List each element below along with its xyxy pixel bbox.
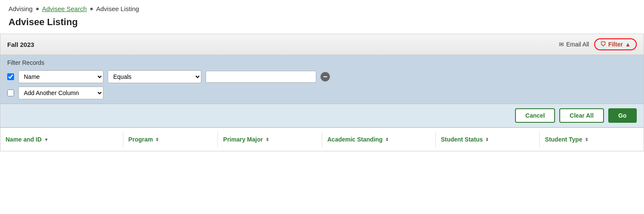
breadcrumb-advisee-search[interactable]: Advisee Search [42, 5, 87, 12]
add-column-checkbox[interactable] [7, 90, 14, 96]
semester-label: Fall 2023 [7, 41, 34, 48]
breadcrumb-sep-1 [36, 8, 39, 10]
breadcrumb-advisee-listing: Advisee Listing [96, 5, 139, 12]
breadcrumb-advising: Advising [9, 5, 33, 12]
remove-icon: − [323, 73, 328, 81]
breadcrumb-sep-2 [90, 8, 93, 10]
filter-column-select[interactable]: Name Program Primary Major Academic Stan… [18, 70, 103, 83]
th-student-type-label: Student Type [545, 136, 582, 143]
th-program-sort-icon: ⇕ [155, 138, 159, 142]
email-all-button[interactable]: ✉ Email All [559, 41, 589, 48]
th-primary-major[interactable]: Primary Major ⇕ [218, 132, 322, 147]
remove-filter-button[interactable]: − [321, 72, 330, 81]
cancel-button[interactable]: Cancel [515, 108, 555, 123]
main-panel: Fall 2023 ✉ Email All ⛉ Filter ▲ Filter … [0, 34, 644, 151]
email-icon: ✉ [559, 41, 564, 48]
th-academic-standing[interactable]: Academic Standing ⇕ [322, 132, 436, 147]
th-student-status[interactable]: Student Status ⇕ [436, 132, 540, 147]
th-student-type-sort-icon: ⇕ [585, 138, 588, 142]
filter-label: Filter [608, 41, 623, 48]
filter-value-input[interactable] [206, 71, 316, 83]
filter-arrow-icon: ▲ [625, 41, 631, 48]
th-academic-standing-label: Academic Standing [327, 136, 383, 143]
panel-header: Fall 2023 ✉ Email All ⛉ Filter ▲ [0, 34, 644, 55]
th-academic-standing-sort-icon: ⇕ [385, 138, 389, 142]
page-title: Advisee Listing [0, 15, 644, 34]
breadcrumb: Advising Advisee Search Advisee Listing [0, 0, 644, 15]
action-buttons-row: Cancel Clear All Go [0, 104, 644, 127]
th-student-status-sort-icon: ⇕ [485, 138, 489, 142]
th-name-id-label: Name and ID [6, 136, 42, 143]
go-button[interactable]: Go [608, 108, 637, 123]
filter-button[interactable]: ⛉ Filter ▲ [594, 38, 637, 50]
th-name-id-sort-icon: ▼ [44, 138, 49, 142]
th-student-type[interactable]: Student Type ⇕ [540, 132, 644, 147]
filter-row-1-checkbox[interactable] [7, 73, 14, 80]
add-column-select[interactable]: Add Another Column Name Program Primary … [18, 87, 103, 99]
header-actions: ✉ Email All ⛉ Filter ▲ [559, 38, 637, 50]
table-header: Name and ID ▼ Program ⇕ Primary Major ⇕ … [0, 127, 644, 151]
add-column-row: Add Another Column Name Program Primary … [7, 87, 637, 99]
filter-row-1: Name Program Primary Major Academic Stan… [7, 70, 637, 83]
email-all-label: Email All [566, 41, 589, 48]
filter-section: Filter Records Name Program Primary Majo… [0, 55, 644, 104]
th-student-status-label: Student Status [441, 136, 483, 143]
th-program-label: Program [129, 136, 153, 143]
filter-operator-select[interactable]: Equals Contains Starts With Does Not Equ… [108, 70, 201, 83]
filter-records-title: Filter Records [7, 59, 637, 66]
clear-all-button[interactable]: Clear All [559, 108, 604, 123]
th-program[interactable]: Program ⇕ [123, 132, 218, 147]
filter-icon: ⛉ [600, 41, 606, 48]
th-name-id[interactable]: Name and ID ▼ [0, 132, 123, 147]
th-primary-major-label: Primary Major [223, 136, 263, 143]
th-primary-major-sort-icon: ⇕ [266, 138, 269, 142]
